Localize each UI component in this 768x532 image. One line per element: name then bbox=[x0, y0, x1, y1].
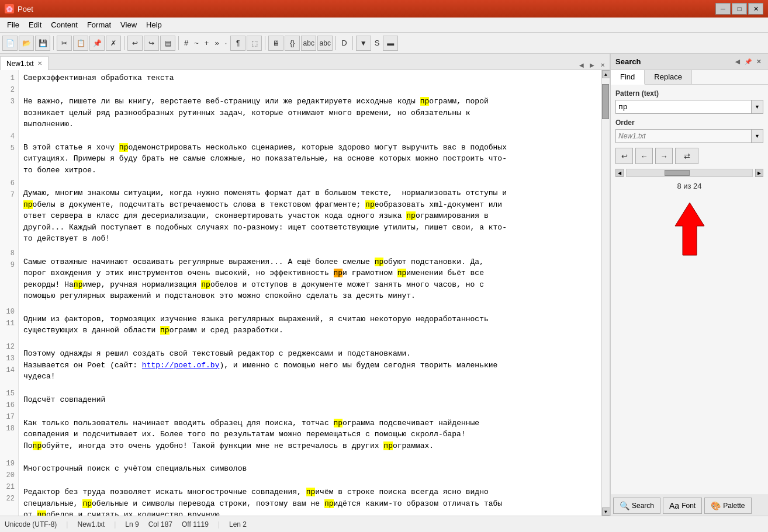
tab-arrow-right[interactable]: ▶ bbox=[587, 60, 597, 69]
pattern-input[interactable] bbox=[615, 100, 752, 114]
highlight: пр bbox=[306, 488, 316, 496]
tb-spell2[interactable]: abc bbox=[317, 36, 333, 51]
search-panel: Search ◀ 📌 ✕ Find Replace Pattern (text)… bbox=[610, 54, 768, 516]
nav-next-button[interactable]: → bbox=[655, 148, 673, 164]
ln-21: 10 bbox=[0, 306, 15, 318]
editor-line-6 bbox=[23, 176, 597, 187]
status-off: Off 1119 bbox=[182, 520, 209, 528]
window-controls[interactable]: ─ □ ✕ bbox=[715, 3, 763, 15]
svg-marker-0 bbox=[675, 203, 704, 255]
search-bottom-search-label: Search bbox=[632, 502, 654, 510]
menu-content[interactable]: Content bbox=[46, 19, 82, 30]
ln-24: 12 bbox=[0, 341, 15, 353]
order-dropdown[interactable]: ▼ bbox=[752, 129, 763, 143]
highlight: пр bbox=[201, 280, 210, 289]
tb-monitor[interactable]: 🖥 bbox=[268, 36, 283, 51]
search-bottom-palette-label: Palette bbox=[723, 502, 745, 510]
search-panel-close[interactable]: ✕ bbox=[754, 57, 763, 67]
scroll-track[interactable] bbox=[602, 78, 610, 507]
tb-block[interactable]: ⬚ bbox=[247, 36, 262, 51]
search-bottom-search[interactable]: 🔍 Search bbox=[613, 498, 660, 514]
ln-38 bbox=[0, 505, 15, 516]
menu-format[interactable]: Format bbox=[82, 19, 116, 30]
up-arrow-svg bbox=[666, 200, 713, 258]
tab-close-button[interactable]: ✕ bbox=[37, 60, 42, 67]
undo-button[interactable]: ↩ bbox=[127, 36, 143, 51]
editor-line-22: Редактор без труда позволяет искать мног… bbox=[23, 486, 597, 516]
tb-btn-5[interactable]: ▤ bbox=[160, 36, 175, 51]
search-panel-header: Search ◀ 📌 ✕ bbox=[611, 54, 768, 70]
scroll-up-button[interactable]: ▲ bbox=[602, 70, 610, 78]
nav-prev-button[interactable]: ← bbox=[635, 148, 653, 164]
pattern-dropdown[interactable]: ▼ bbox=[752, 100, 763, 114]
mini-scroll-thumb[interactable] bbox=[665, 170, 690, 176]
maximize-button[interactable]: □ bbox=[732, 3, 747, 15]
tb-s-btn[interactable]: ▬ bbox=[383, 36, 398, 51]
search-panel-arrow-left[interactable]: ◀ bbox=[733, 57, 742, 67]
editor-line-18: Как только пользователь начинает вводить… bbox=[23, 418, 597, 452]
tb-para[interactable]: ¶ bbox=[230, 36, 245, 51]
search-panel-pin[interactable]: 📌 bbox=[743, 57, 753, 67]
highlight: пр bbox=[74, 280, 83, 289]
status-col: Col 187 bbox=[148, 520, 172, 528]
scroll-down-button[interactable]: ▼ bbox=[602, 507, 610, 516]
toolbar-d: D bbox=[339, 39, 349, 47]
copy-button[interactable]: 📋 bbox=[73, 36, 88, 51]
toolbar-sep-4 bbox=[265, 36, 265, 50]
ln-17: 9 bbox=[0, 259, 15, 271]
menu-view[interactable]: View bbox=[116, 19, 141, 30]
replace-tab[interactable]: Replace bbox=[645, 70, 692, 84]
toolbar-hash: # bbox=[182, 39, 191, 47]
search-bottom-palette[interactable]: 🎨 Palette bbox=[704, 498, 751, 514]
tab-close-all[interactable]: ✕ bbox=[598, 60, 607, 69]
menu-file[interactable]: File bbox=[2, 19, 24, 30]
poet-link[interactable]: http://poet.of.by bbox=[142, 361, 220, 370]
editor-tab[interactable]: New1.txt ✕ bbox=[0, 56, 49, 70]
new-button[interactable]: 📄 bbox=[2, 36, 18, 51]
status-filename: New1.txt bbox=[77, 520, 105, 528]
ln-27 bbox=[0, 376, 15, 388]
ln-15 bbox=[0, 236, 15, 248]
editor-text-area[interactable]: Сверхэффективная обработка текста Не важ… bbox=[19, 70, 601, 516]
menu-help[interactable]: Help bbox=[141, 19, 167, 30]
highlight: пр bbox=[23, 200, 33, 209]
redo-button[interactable]: ↪ bbox=[144, 36, 159, 51]
scroll-thumb[interactable] bbox=[602, 84, 609, 119]
ln-18 bbox=[0, 271, 15, 283]
arrow-indicator bbox=[615, 200, 763, 258]
open-button[interactable]: 📂 bbox=[19, 36, 34, 51]
menu-edit[interactable]: Edit bbox=[24, 19, 46, 30]
tb-arrow-down[interactable]: ▼ bbox=[356, 36, 371, 51]
title-bar: 🌸 Poet ─ □ ✕ bbox=[0, 0, 768, 18]
save-button[interactable]: 💾 bbox=[35, 36, 50, 51]
nav-replace-button[interactable]: ⇄ bbox=[675, 148, 698, 164]
editor-line-11: Одним из факторов, тормозящих изучение я… bbox=[23, 314, 597, 336]
mini-scroll-track[interactable] bbox=[626, 169, 753, 177]
tab-arrow-left[interactable]: ◀ bbox=[577, 60, 586, 69]
tb-braces[interactable]: {} bbox=[285, 36, 300, 51]
paste-button[interactable]: 📌 bbox=[89, 36, 105, 51]
ln-2: 2 bbox=[0, 84, 15, 96]
mini-scroll-left[interactable]: ◀ bbox=[615, 169, 624, 177]
find-tab[interactable]: Find bbox=[611, 70, 645, 85]
ln-34: 19 bbox=[0, 458, 15, 470]
delete-button[interactable]: ✗ bbox=[106, 36, 121, 51]
editor-scrollbar[interactable]: ▲ ▼ bbox=[601, 70, 610, 516]
editor-line-3: Не важно, пишете ли вы книгу, верстаете … bbox=[23, 96, 597, 130]
highlight: пр bbox=[397, 269, 407, 277]
order-input[interactable] bbox=[615, 129, 752, 143]
close-button[interactable]: ✕ bbox=[748, 3, 763, 15]
tb-spell[interactable]: abc bbox=[301, 36, 316, 51]
ln-13 bbox=[0, 213, 15, 224]
editor-line-13: Поэтому однажды я решил создать свой тек… bbox=[23, 348, 597, 360]
status-sep-1: | bbox=[66, 520, 68, 528]
mini-scrollbar: ◀ ▶ bbox=[615, 169, 763, 177]
nav-back-button[interactable]: ↩ bbox=[615, 148, 633, 164]
minimize-button[interactable]: ─ bbox=[715, 3, 731, 15]
search-panel-controls[interactable]: ◀ 📌 ✕ bbox=[733, 57, 763, 67]
editor-line-8 bbox=[23, 245, 597, 256]
mini-scroll-right[interactable]: ▶ bbox=[755, 169, 763, 177]
ln-26: 14 bbox=[0, 364, 15, 376]
cut-button[interactable]: ✂ bbox=[57, 36, 72, 51]
search-bottom-font[interactable]: Aa Font bbox=[663, 498, 702, 514]
